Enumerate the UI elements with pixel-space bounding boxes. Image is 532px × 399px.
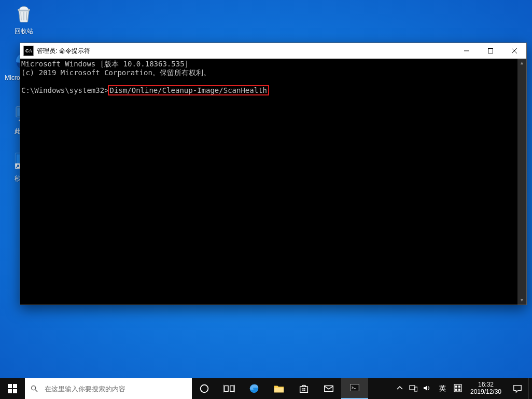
- system-tray: 英: [393, 378, 465, 399]
- maximize-button[interactable]: [479, 43, 502, 59]
- task-view-button[interactable]: [217, 378, 242, 399]
- command-prompt-window[interactable]: C:\ 管理员: 命令提示符 Microsoft Windows [版本 10.…: [20, 43, 527, 305]
- search-input[interactable]: [44, 384, 180, 393]
- console-prompt: C:\Windows\system32>: [21, 86, 109, 94]
- highlighted-command: Dism/Online/Cleanup-Image/ScanHealth: [109, 86, 268, 94]
- svg-rect-21: [304, 390, 305, 391]
- mail-icon: [323, 383, 334, 394]
- ime-language-indicator[interactable]: 英: [436, 384, 449, 393]
- taskbar-pinned-store[interactable]: [291, 378, 316, 399]
- svg-rect-22: [325, 386, 333, 392]
- taskbar-search-box[interactable]: [25, 378, 192, 399]
- svg-rect-9: [8, 384, 12, 388]
- desktop-icon-recycle-bin[interactable]: 回收站: [4, 2, 44, 36]
- svg-rect-11: [8, 389, 12, 393]
- console-text-output[interactable]: Microsoft Windows [版本 10.0.18363.535] (c…: [21, 60, 517, 305]
- windows-logo-icon: [8, 384, 17, 393]
- vertical-scrollbar[interactable]: ▲ ▼: [517, 59, 526, 305]
- window-title: 管理员: 命令提示符: [37, 47, 455, 56]
- taskbar-spacer: [368, 378, 393, 399]
- taskbar-clock[interactable]: 16:32 2019/12/30: [465, 378, 507, 399]
- ime-mode-icon[interactable]: [454, 384, 462, 394]
- svg-rect-23: [351, 384, 359, 391]
- taskbar: 英 16:32 2019/12/30: [0, 378, 532, 399]
- window-titlebar[interactable]: C:\ 管理员: 命令提示符: [20, 43, 526, 59]
- clock-time: 16:32: [478, 381, 494, 389]
- svg-rect-16: [230, 386, 234, 392]
- show-desktop-button[interactable]: [528, 378, 532, 399]
- svg-rect-10: [13, 384, 17, 388]
- desktop: 回收站 Microsoft Edge 此电脑: [0, 0, 532, 399]
- cortana-button[interactable]: [192, 378, 217, 399]
- svg-rect-28: [458, 386, 460, 388]
- notification-icon: [513, 384, 522, 393]
- search-icon: [30, 384, 38, 393]
- svg-rect-29: [455, 389, 457, 391]
- start-button[interactable]: [0, 378, 25, 399]
- svg-point-14: [201, 385, 208, 393]
- window-controls: [455, 43, 526, 59]
- svg-point-13: [32, 386, 36, 390]
- taskbar-pinned-file-explorer[interactable]: [267, 378, 291, 399]
- action-center-button[interactable]: [507, 378, 528, 399]
- command-prompt-icon: [349, 382, 360, 394]
- taskbar-pinned-mail[interactable]: [316, 378, 341, 399]
- tray-chevron-up-icon[interactable]: [396, 384, 404, 394]
- console-line: (c) 2019 Microsoft Corporation。保留所有权利。: [21, 68, 211, 77]
- svg-rect-19: [304, 388, 305, 389]
- svg-rect-27: [455, 386, 457, 388]
- console-line: Microsoft Windows [版本 10.0.18363.535]: [21, 60, 189, 68]
- scroll-down-button[interactable]: ▼: [517, 296, 526, 305]
- store-icon: [298, 383, 310, 394]
- close-button[interactable]: [502, 43, 526, 59]
- svg-rect-8: [488, 49, 493, 53]
- edge-icon: [248, 383, 260, 394]
- cortana-icon: [199, 383, 210, 394]
- svg-rect-15: [225, 386, 228, 392]
- recycle-bin-icon: [12, 2, 35, 25]
- volume-icon[interactable]: [423, 384, 431, 394]
- desktop-icon-label: 回收站: [15, 27, 33, 36]
- taskbar-running-command-prompt[interactable]: [341, 378, 368, 399]
- command-prompt-app-icon: C:\: [23, 46, 34, 56]
- folder-icon: [273, 383, 285, 394]
- network-icon[interactable]: [409, 384, 417, 394]
- svg-rect-20: [302, 390, 303, 391]
- clock-date: 2019/12/30: [470, 389, 501, 396]
- console-client-area[interactable]: Microsoft Windows [版本 10.0.18363.535] (c…: [20, 59, 526, 305]
- svg-rect-12: [13, 389, 17, 393]
- svg-rect-18: [302, 388, 303, 389]
- task-view-icon: [223, 383, 235, 394]
- svg-rect-30: [458, 389, 460, 391]
- minimize-button[interactable]: [455, 43, 479, 59]
- scroll-up-button[interactable]: ▲: [517, 59, 526, 67]
- taskbar-pinned-edge[interactable]: [242, 378, 267, 399]
